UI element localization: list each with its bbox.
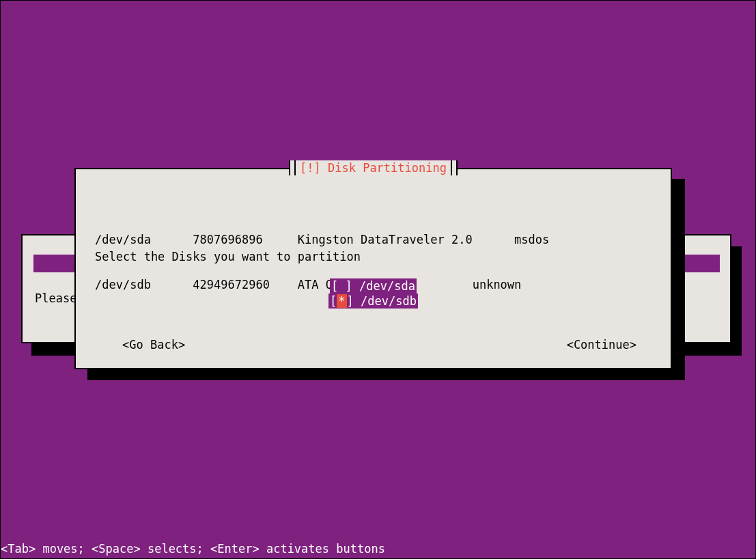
dialog-title: [!] Disk Partitioning <box>296 161 451 175</box>
disk-partitioning-dialog: [!] Disk Partitioning /dev/sda 780769689… <box>74 168 672 369</box>
dialog-title-wrap: [!] Disk Partitioning <box>76 161 671 179</box>
back-please-text: Please <box>35 291 76 305</box>
checkbox-star-icon: * <box>337 294 346 308</box>
disk-checklist: [ ] /dev/sda [*] /dev/sdb <box>76 278 671 309</box>
prompt-text: Select the Disks you want to partition <box>95 250 361 263</box>
footer-help: <Tab> moves; <Space> selects; <Enter> ac… <box>1 542 385 556</box>
disk-checkbox-sda[interactable]: [ ] /dev/sda <box>330 278 417 293</box>
disk-checkbox-sdb[interactable]: [*] /dev/sdb <box>328 293 418 309</box>
disk-row: /dev/sda 7807696896 Kingston DataTravele… <box>95 232 549 247</box>
continue-button[interactable]: <Continue> <box>567 338 636 352</box>
title-border-left <box>289 160 296 175</box>
go-back-button[interactable]: <Go Back> <box>122 338 185 352</box>
title-border-right <box>451 160 458 175</box>
